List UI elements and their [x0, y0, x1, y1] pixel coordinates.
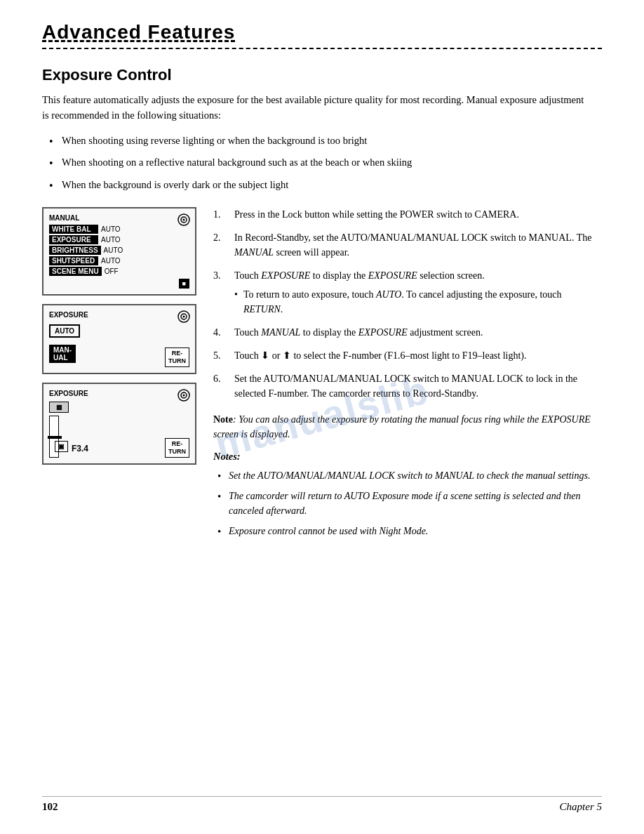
- lcd-exposure-value: AUTO: [101, 236, 121, 244]
- lcd-screen-exposure2: EXPOSURE AUTO MAN-UAL RE-TU: [42, 304, 196, 374]
- sub-bullet-dot: •: [234, 287, 238, 317]
- step-3-text: Touch EXPOSURE to display the EXPOSURE s…: [234, 268, 602, 317]
- note-text: : You can also adjust the exposure by ro…: [213, 414, 591, 440]
- lcd-screen-exposure3: EXPOSURE ▦: [42, 383, 196, 465]
- step-6: 6. Set the AUTO/MANUAL/MANUAL LOCK switc…: [213, 371, 602, 401]
- intro-text: This feature automatically adjusts the e…: [42, 93, 589, 124]
- lcd-row-exposure: EXPOSURE AUTO: [49, 235, 189, 244]
- lcd-return-btn-3: RE-TURN: [165, 438, 189, 458]
- lcd-screen2-header: EXPOSURE: [49, 311, 189, 319]
- lcd-bottom-icon-3: ▣: [55, 441, 68, 452]
- lcd-white-bal-label: WHITE BAL: [49, 225, 98, 234]
- step-3-sub-bullet: • To return to auto exposure, touch AUTO…: [234, 287, 602, 317]
- footer-page-num: 102: [42, 801, 58, 813]
- lcd-screen3-header: EXPOSURE: [49, 390, 189, 397]
- step-2-text: In Record-Standby, set the AUTO/MANUAL/M…: [234, 230, 602, 260]
- lcd-screen-manual: MANUAL WHITE BAL AUTO EXPOSURE AUTO: [42, 207, 196, 296]
- lcd-screen1-icon: [177, 213, 191, 227]
- notes-item-3: Exposure control cannot be used with Nig…: [213, 524, 602, 538]
- lcd-scene-value: OFF: [105, 267, 119, 275]
- lcd-white-bal-value: AUTO: [101, 225, 121, 233]
- bullet-item-1: When shooting using reverse lighting or …: [42, 133, 602, 149]
- lcd-return-btn-2: RE-TURN: [165, 348, 189, 367]
- svg-point-8: [183, 394, 185, 396]
- step-3-num: 3.: [213, 268, 227, 317]
- notes-title: Notes:: [213, 451, 602, 463]
- lcd-row-shutter: SHUTSPEED AUTO: [49, 256, 189, 265]
- lcd-slider-handle: [48, 436, 62, 439]
- note-label: Note: [213, 414, 233, 425]
- lcd-row-brightness: BRIGHTNESS AUTO: [49, 246, 189, 255]
- lcd-shutter-label: SHUTSPEED: [49, 256, 98, 265]
- page-footer: 102 Chapter 5: [42, 796, 602, 813]
- bullet-item-2: When shooting on a reflective natural ba…: [42, 155, 602, 171]
- footer-chapter: Chapter 5: [560, 801, 602, 813]
- step-6-num: 6.: [213, 371, 227, 401]
- svg-point-5: [183, 315, 185, 317]
- lcd-brightness-value: AUTO: [104, 246, 123, 254]
- notes-bullet-list: Set the AUTO/MANUAL/MANUAL LOCK switch t…: [213, 468, 602, 538]
- step-4-num: 4.: [213, 325, 227, 340]
- lcd-top-icon: ▦: [56, 404, 62, 411]
- step-4: 4. Touch MANUAL to display the EXPOSURE …: [213, 325, 602, 340]
- lcd-screen2-icon: [177, 310, 191, 324]
- right-column: 1. Press in the Lock button while settin…: [213, 207, 602, 544]
- step-2: 2. In Record-Standby, set the AUTO/MANUA…: [213, 230, 602, 260]
- lcd-f-value: F3.4: [72, 444, 88, 454]
- lcd-screen3-icon: [177, 388, 191, 402]
- left-column: MANUAL WHITE BAL AUTO EXPOSURE AUTO: [42, 207, 196, 544]
- page-title: Advanced Features: [42, 21, 602, 44]
- lcd-scene-label: SCENE MENU: [49, 267, 102, 276]
- step-4-text: Touch MANUAL to display the EXPOSURE adj…: [234, 325, 602, 340]
- bullet-item-3: When the background is overly dark or th…: [42, 178, 602, 193]
- page-container: manualslib Advanced Features Exposure Co…: [0, 0, 644, 834]
- lcd-row-scene: SCENE MENU OFF: [49, 267, 189, 276]
- lcd-manual-box: MAN-UAL: [49, 345, 76, 363]
- step-2-num: 2.: [213, 230, 227, 260]
- step-1: 1. Press in the Lock button while settin…: [213, 207, 602, 222]
- page-header: Advanced Features: [42, 21, 602, 49]
- step-3: 3. Touch EXPOSURE to display the EXPOSUR…: [213, 268, 602, 317]
- lcd-brightness-label: BRIGHTNESS: [49, 246, 101, 255]
- lcd-screen1-header: MANUAL: [49, 214, 189, 222]
- step-5: 5. Touch ⬇ or ⬆ to select the F-number (…: [213, 348, 602, 363]
- lcd-shutter-value: AUTO: [101, 257, 121, 265]
- bullet-list: When shooting using reverse lighting or …: [42, 133, 602, 193]
- lcd-exposure-label: EXPOSURE: [49, 235, 98, 244]
- sub-bullet-text: To return to auto exposure, touch AUTO. …: [243, 287, 602, 317]
- step-6-text: Set the AUTO/MANUAL/MANUAL LOCK switch t…: [234, 371, 602, 401]
- notes-item-2: The camcorder will return to AUTO Exposu…: [213, 489, 602, 518]
- step-1-text: Press in the Lock button while setting t…: [234, 207, 602, 222]
- lcd-row-white-bal: WHITE BAL AUTO: [49, 225, 189, 234]
- lcd-auto-box: AUTO: [49, 324, 80, 338]
- step-5-num: 5.: [213, 348, 227, 363]
- note-italic: Note: You can also adjust the exposure b…: [213, 412, 602, 442]
- content-columns: MANUAL WHITE BAL AUTO EXPOSURE AUTO: [42, 207, 602, 544]
- lcd-small-rect-1: ■: [179, 279, 189, 289]
- notes-item-1: Set the AUTO/MANUAL/MANUAL LOCK switch t…: [213, 468, 602, 483]
- svg-point-2: [183, 218, 185, 220]
- steps-list: 1. Press in the Lock button while settin…: [213, 207, 602, 401]
- step-1-num: 1.: [213, 207, 227, 222]
- section-title: Exposure Control: [42, 66, 602, 84]
- notes-section: Notes: Set the AUTO/MANUAL/MANUAL LOCK s…: [213, 451, 602, 538]
- step-5-text: Touch ⬇ or ⬆ to select the F-number (F1.…: [234, 348, 602, 363]
